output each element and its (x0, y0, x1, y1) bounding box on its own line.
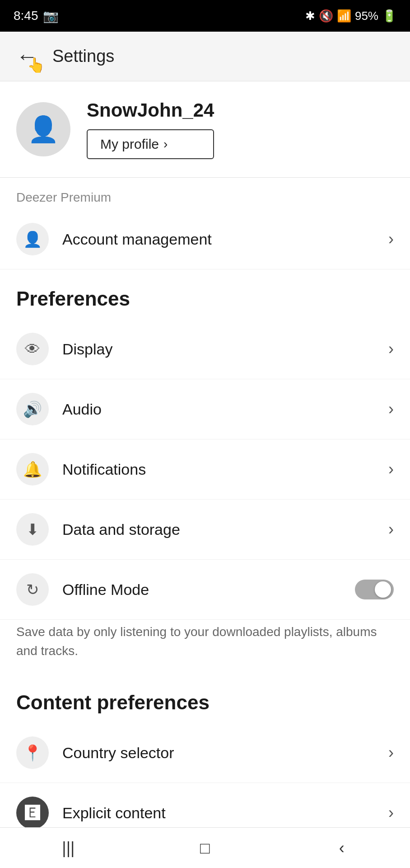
notifications-chevron-icon: › (388, 460, 394, 479)
audio-item[interactable]: 🔊 Audio › (0, 379, 410, 439)
page-title: Settings (52, 47, 114, 66)
notifications-item[interactable]: 🔔 Notifications › (0, 439, 410, 500)
nav-recents-button[interactable]: ||| (50, 835, 86, 862)
account-management-item[interactable]: 👤 Account management › (0, 209, 410, 269)
explicit-icon-wrap: 🅴 (16, 797, 49, 829)
nav-back-button[interactable]: ‹ (324, 835, 360, 862)
notifications-label: Notifications (62, 461, 388, 478)
offline-icon: ↻ (26, 580, 39, 599)
home-icon: □ (200, 839, 210, 858)
notifications-icon-wrap: 🔔 (16, 453, 49, 486)
offline-mode-item[interactable]: ↻ Offline Mode (0, 560, 410, 620)
display-chevron-icon: › (388, 340, 394, 359)
status-time: 8:45 (14, 9, 38, 23)
wifi-icon: 📶 (337, 9, 351, 23)
audio-chevron-icon: › (388, 400, 394, 419)
explicit-icon: 🅴 (25, 804, 40, 822)
data-storage-chevron-icon: › (388, 520, 394, 539)
download-icon: ⬇ (26, 520, 39, 538)
offline-description: Save data by only listening to your down… (0, 620, 410, 673)
status-right: ✱ 🔇 📶 95% 🔋 (305, 9, 396, 23)
account-chevron-icon: › (388, 230, 394, 249)
offline-mode-label: Offline Mode (62, 581, 355, 599)
profile-section: 👤 SnowJohn_24 My profile › (0, 81, 410, 177)
mute-icon: 🔇 (319, 9, 333, 23)
explicit-chevron-icon: › (388, 803, 394, 822)
audio-icon-wrap: 🔊 (16, 393, 49, 425)
content-preferences-heading: Content preferences (0, 673, 410, 723)
offline-mode-toggle[interactable] (355, 580, 394, 599)
account-management-label: Account management (62, 231, 388, 248)
battery-level: 95% (355, 9, 378, 23)
recents-icon: ||| (62, 839, 75, 858)
nav-bar: ||| □ ‹ (0, 827, 410, 868)
back-nav-icon: ‹ (339, 839, 345, 858)
display-icon: 👁 (25, 340, 40, 358)
country-chevron-icon: › (388, 743, 394, 762)
header-bar: ← 👆 Settings (0, 32, 410, 81)
data-storage-icon-wrap: ⬇ (16, 513, 49, 546)
bluetooth-icon: ✱ (305, 9, 315, 23)
my-profile-button[interactable]: My profile › (87, 129, 214, 159)
back-button[interactable]: ← 👆 (9, 38, 45, 75)
my-profile-chevron-icon: › (163, 137, 168, 151)
data-storage-item[interactable]: ⬇ Data and storage › (0, 500, 410, 560)
profile-info: SnowJohn_24 My profile › (87, 99, 214, 159)
battery-icon: 🔋 (382, 9, 396, 23)
country-selector-label: Country selector (62, 744, 388, 762)
toggle-thumb (375, 581, 391, 598)
display-icon-wrap: 👁 (16, 333, 49, 365)
cursor-hand-icon: 👆 (27, 57, 45, 74)
explicit-content-label: Explicit content (62, 804, 388, 822)
username: SnowJohn_24 (87, 99, 214, 121)
preferences-heading: Preferences (0, 269, 410, 319)
country-selector-item[interactable]: 📍 Country selector › (0, 723, 410, 783)
avatar: 👤 (16, 102, 70, 156)
country-icon-wrap: 📍 (16, 736, 49, 769)
user-icon: 👤 (28, 114, 59, 144)
location-icon: 📍 (23, 744, 42, 762)
account-icon-wrap: 👤 (16, 223, 49, 255)
status-left: 8:45 📷 (14, 9, 59, 24)
nav-home-button[interactable]: □ (187, 835, 223, 862)
audio-icon: 🔊 (23, 400, 42, 418)
account-icon: 👤 (23, 230, 42, 248)
toggle-track (355, 580, 394, 599)
camera-icon: 📷 (43, 9, 59, 24)
my-profile-label: My profile (100, 137, 159, 152)
data-storage-label: Data and storage (62, 521, 388, 538)
deezer-premium-label: Deezer Premium (0, 178, 410, 209)
audio-label: Audio (62, 401, 388, 418)
status-bar: 8:45 📷 ✱ 🔇 📶 95% 🔋 (0, 0, 410, 32)
bell-icon: 🔔 (23, 460, 42, 478)
display-label: Display (62, 340, 388, 358)
display-item[interactable]: 👁 Display › (0, 319, 410, 379)
offline-icon-wrap: ↻ (16, 573, 49, 606)
